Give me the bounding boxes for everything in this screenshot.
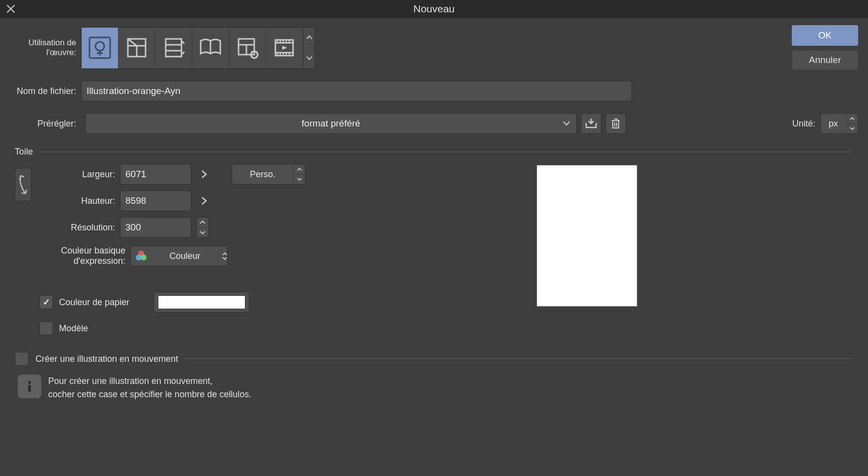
section-divider bbox=[39, 152, 853, 153]
usage-spinner-down[interactable] bbox=[303, 48, 315, 68]
color-mode-value: Couleur bbox=[148, 251, 222, 261]
unit-up[interactable] bbox=[846, 114, 858, 124]
webtoon-icon bbox=[161, 35, 186, 61]
chevron-down-icon bbox=[222, 256, 227, 260]
trash-icon bbox=[610, 118, 621, 129]
chevron-down-icon bbox=[200, 230, 206, 235]
size-preset-dropdown[interactable]: Perso. bbox=[232, 164, 305, 185]
height-label: Hauteur: bbox=[36, 196, 115, 206]
basic-color-label: Couleur basique d'expression: bbox=[15, 246, 125, 266]
color-mode-up[interactable] bbox=[222, 252, 227, 256]
unit-label: Unité: bbox=[792, 119, 815, 129]
chevron-up-icon bbox=[200, 220, 206, 224]
template-label: Modèle bbox=[59, 323, 88, 334]
resolution-up[interactable] bbox=[197, 218, 209, 228]
film-play-icon bbox=[271, 35, 297, 61]
svg-rect-8 bbox=[28, 385, 31, 392]
chevron-right-icon bbox=[201, 169, 208, 179]
close-icon bbox=[6, 4, 15, 13]
info-text-line2: cocher cette case et spécifier le nombre… bbox=[48, 388, 251, 401]
preset-delete-button[interactable] bbox=[605, 113, 626, 134]
paper-color-swatch[interactable] bbox=[158, 295, 245, 309]
chevron-right-icon bbox=[201, 196, 208, 206]
resolution-down[interactable] bbox=[197, 228, 209, 238]
create-animation-checkbox[interactable] bbox=[15, 352, 29, 366]
usage-animation-button[interactable] bbox=[266, 28, 303, 68]
canvas-preview bbox=[537, 165, 637, 307]
chevron-up-icon bbox=[850, 117, 855, 121]
svg-point-7 bbox=[28, 381, 31, 384]
comic-gear-icon bbox=[235, 35, 260, 61]
usage-webtoon-button[interactable] bbox=[155, 28, 192, 68]
create-animation-label: Créer une illustration en mouvement bbox=[35, 354, 178, 364]
width-label: Largeur: bbox=[36, 169, 115, 180]
size-preset-down[interactable] bbox=[294, 175, 305, 185]
usage-spinner-up[interactable] bbox=[303, 28, 315, 48]
resolution-label: Résolution: bbox=[36, 222, 115, 233]
info-text: Pour créer une illustration en mouvement… bbox=[48, 375, 251, 401]
paper-color-checkbox[interactable] bbox=[39, 295, 53, 309]
illustration-icon bbox=[87, 35, 113, 61]
chevron-down-icon bbox=[306, 56, 312, 61]
chevron-up-icon bbox=[222, 252, 227, 256]
resolution-input[interactable] bbox=[120, 217, 191, 238]
unit-dropdown[interactable]: px bbox=[820, 113, 858, 134]
preset-save-button[interactable] bbox=[581, 113, 601, 134]
filename-label: Nom de fichier: bbox=[2, 86, 76, 96]
usage-spinner bbox=[303, 28, 315, 68]
size-preset-value: Perso. bbox=[232, 169, 293, 180]
size-preset-up[interactable] bbox=[294, 164, 305, 175]
chevron-up-icon bbox=[306, 35, 312, 40]
color-mode-down[interactable] bbox=[222, 256, 227, 260]
preset-value: format préféré bbox=[301, 118, 360, 129]
unit-down[interactable] bbox=[846, 124, 858, 134]
info-text-line1: Pour créer une illustration en mouvement… bbox=[48, 375, 251, 388]
usage-label: Utilisation de l'œuvre: bbox=[2, 38, 76, 58]
animation-divider bbox=[185, 358, 853, 359]
width-menu-button[interactable] bbox=[196, 166, 212, 182]
svg-point-6 bbox=[141, 254, 147, 260]
chevron-up-icon bbox=[297, 167, 302, 171]
filename-input[interactable] bbox=[81, 81, 632, 101]
svg-point-1 bbox=[95, 42, 104, 51]
usage-comic-settings-button[interactable] bbox=[229, 28, 266, 68]
unit-value: px bbox=[821, 119, 846, 129]
dialog-body: Utilisation de l'œuvre: bbox=[0, 18, 868, 476]
height-input[interactable] bbox=[120, 190, 191, 211]
rgb-circles-icon bbox=[135, 250, 148, 262]
close-button[interactable] bbox=[4, 2, 18, 16]
comic-panel-icon bbox=[124, 35, 150, 61]
info-icon bbox=[18, 375, 41, 398]
preset-dropdown[interactable]: format préféré bbox=[85, 113, 577, 134]
chevron-down-icon bbox=[563, 121, 570, 127]
swap-arrows-icon bbox=[18, 173, 29, 196]
usage-illustration-button[interactable] bbox=[82, 28, 119, 68]
template-checkbox[interactable] bbox=[39, 321, 53, 335]
paper-color-label: Couleur de papier bbox=[59, 297, 148, 308]
preset-label: Prérégler: bbox=[2, 119, 76, 129]
height-menu-button[interactable] bbox=[196, 193, 212, 209]
save-preset-icon bbox=[585, 118, 598, 129]
width-input[interactable] bbox=[120, 164, 191, 185]
ok-button[interactable]: OK bbox=[792, 25, 858, 46]
cancel-button[interactable]: Annuler bbox=[792, 50, 858, 70]
dialog-title: Nouveau bbox=[413, 3, 454, 15]
usage-book-button[interactable] bbox=[192, 28, 229, 68]
chevron-down-icon bbox=[850, 127, 855, 130]
chevron-down-icon bbox=[297, 177, 302, 181]
usage-button-group bbox=[81, 27, 315, 69]
open-book-icon bbox=[198, 35, 223, 61]
color-mode-dropdown[interactable]: Couleur bbox=[130, 246, 228, 266]
title-bar: Nouveau bbox=[0, 0, 868, 18]
swap-orientation-button[interactable] bbox=[15, 168, 31, 201]
usage-comic-button[interactable] bbox=[119, 28, 155, 68]
paper-color-swatch-frame bbox=[153, 292, 249, 313]
canvas-section-title: Toile bbox=[15, 147, 33, 157]
